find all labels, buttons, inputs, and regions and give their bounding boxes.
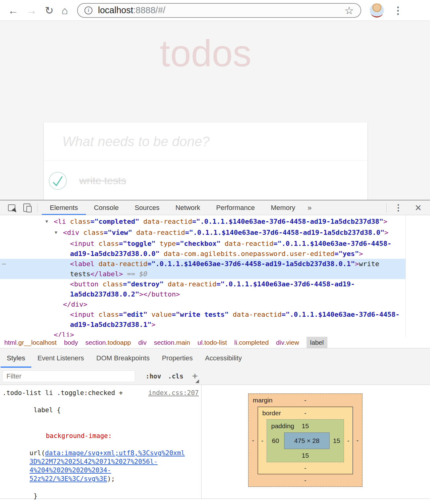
page-info-icon[interactable]: i [84,6,92,14]
more-actions-icon[interactable]: ⋯ [2,259,6,269]
hover-state-toggle[interactable]: :hov [146,373,161,380]
box-model-margin[interactable]: margin - - border - - [248,394,362,487]
dom-tree-row[interactable]: </div> [0,299,405,309]
dom-tree-line: ad19-1a5dcb237d38.1"> [0,320,155,330]
code-token: ="completed" [90,218,139,225]
padding-bottom-value[interactable]: 15 [267,449,344,462]
code-token: ="checkbox" [176,240,221,247]
profile-avatar[interactable] [370,3,384,17]
breadcrumb-item-div[interactable]: div.view [276,337,299,348]
devtools-menu-icon[interactable]: ⋮ [386,203,410,212]
data-url-link[interactable]: 3D%22M72%2025L42%2071%2027%2056l- [29,458,158,465]
dom-tree-row[interactable]: tests</label> == $0 [0,269,405,279]
more-tabs-icon[interactable]: » [303,204,316,212]
sidebar-tab-event-listeners[interactable]: Event Listeners [31,348,90,368]
forward-icon[interactable]: → [26,5,37,16]
breadcrumb-item-html[interactable]: html.gr__localhost [4,337,57,348]
sidebar-tab-styles[interactable]: Styles [1,348,31,368]
data-url-link[interactable]: 4%204%2020%2020%2034- [29,467,111,474]
breadcrumb-item-body[interactable]: body [64,337,78,348]
code-token: =".0.1.1.$140e63ae-37d6-4458-ad19- [217,280,355,288]
dom-tree-row[interactable]: ▼<li class="completed" data-reactid=".0.… [0,216,405,227]
dom-tree-row[interactable]: <button class="destroy" data-reactid=".0… [0,279,405,289]
devtools-tab-performance[interactable]: Performance [208,200,263,215]
toggle-checkbox-icon[interactable] [49,172,67,190]
browser-menu-icon[interactable]: ⋮ [393,5,403,16]
css-property[interactable]: background-image: [2,423,199,449]
crumb-tag: div [138,339,147,346]
css-value-url: 52z%22/%3E%3C/svg%3E); [2,475,199,483]
code-token: data-reactid [229,311,282,318]
margin-bottom-value[interactable]: - [248,474,362,487]
padding-right-value[interactable]: 15 [330,437,344,444]
dom-tree-row[interactable]: ▼<div class="view" data-reactid=".0.1.1.… [0,227,405,238]
margin-left-value[interactable]: - [248,437,258,444]
dom-tree-line: ad19-1a5dcb237d38.0.0" data-com.agilebit… [0,249,363,259]
padding-top-value[interactable]: 15 [302,422,309,430]
breadcrumb-item-ul[interactable]: ul.todo-list [197,337,227,348]
dom-tree-row[interactable]: ⋯<label data-reactid=".0.1.1.$140e63ae-3… [0,259,405,269]
border-top-value[interactable]: - [304,409,307,417]
sidebar-tab-dom-breakpoints[interactable]: DOM Breakpoints [90,348,156,368]
sidebar-tab-properties[interactable]: Properties [156,348,199,368]
address-bar[interactable]: i localhost :8888/#/ ☆ [77,3,361,18]
breadcrumb-item-section[interactable]: section.todoapp [85,337,131,348]
devtools-tab-console[interactable]: Console [86,200,127,215]
device-toolbar-icon[interactable] [23,204,30,212]
devtools-tab-sources[interactable]: Sources [127,200,167,215]
code-token: > [355,260,359,268]
data-url-link[interactable]: 52z%22/%3E%3C/svg%3E [29,475,107,483]
class-toggle[interactable]: .cls [168,373,184,380]
devtools-tab-network[interactable]: Network [167,200,208,215]
selector-text: label { [33,406,61,414]
box-model-border[interactable]: border - - padding 15 [258,407,353,474]
breadcrumb-item-li[interactable]: li.completed [234,337,269,348]
crumb-tag: ul [197,339,202,346]
styles-filter-input[interactable] [2,370,135,382]
dom-tree-row[interactable]: ad19-1a5dcb237d38.0.0" data-com.agilebit… [0,249,405,259]
box-model-padding[interactable]: padding 15 60 475 × 28 15 [267,419,344,462]
border-label: border [262,409,281,417]
reload-icon[interactable]: ↻ [45,5,54,16]
breadcrumb-item-div[interactable]: div [138,337,147,348]
dom-tree-line: <input class="toggle" type="checkbox" da… [0,238,391,249]
code-token: ="write tests" [172,311,229,318]
crumb-tag: label [310,339,324,346]
bookmark-star-icon[interactable]: ☆ [345,4,354,17]
dom-tree-row[interactable]: 1a5dcb237d38.0.2"></button> [0,289,405,299]
crumb-class: .completed [237,339,269,346]
border-right-value[interactable]: - [344,437,353,444]
todo-label[interactable]: write tests [79,175,126,187]
data-url-link[interactable]: data:image/svg+xml;utf8,%3Csvg%20xml [45,449,185,457]
dom-tree-row[interactable]: ad19-1a5dcb237d38.1"> [0,320,405,330]
dom-tree-row[interactable]: </li> [0,330,405,337]
stylesheet-link[interactable]: index.css:207 [148,389,199,397]
home-icon[interactable]: ⌂ [62,5,68,16]
breadcrumb-bar: html.gr__localhostbodysection.todoappdiv… [0,337,430,348]
code-token: tests [70,270,90,278]
new-todo-input[interactable] [44,122,367,160]
scrollbar-gutter[interactable] [405,215,430,337]
padding-left-value[interactable]: 60 [267,437,284,444]
breadcrumb-item-section[interactable]: section.main [154,337,190,348]
margin-top-value[interactable]: - [304,397,307,404]
devtools-tab-elements[interactable]: Elements [42,200,86,215]
margin-right-value[interactable]: - [353,437,362,444]
breadcrumb-item-label[interactable]: label [307,337,327,348]
dom-tree-row[interactable]: <input class="edit" value="write tests" … [0,309,405,320]
border-bottom-value[interactable]: - [258,462,353,474]
sidebar-tab-accessibility[interactable]: Accessibility [199,348,248,368]
border-left-value[interactable]: - [258,437,267,444]
page-content: todos write tests 0 items left AllActive… [0,21,430,200]
code-token: class [94,240,119,247]
code-token: data-com.agilebits.onepassword.user-edit… [159,250,334,258]
devtools-close-icon[interactable]: × [410,201,430,214]
code-token: class [99,280,123,288]
code-token: =".0.1.1.$140e63ae-37d6-4458-ad19-1a5dcb… [192,218,383,225]
inspect-element-icon[interactable] [8,204,15,211]
back-icon[interactable]: ← [8,5,18,16]
browser-toolbar: ← → ↻ ⌂ i localhost :8888/#/ ☆ ⋮ [0,0,430,21]
devtools-tab-memory[interactable]: Memory [263,200,303,215]
box-model-content[interactable]: 475 × 28 [284,432,330,449]
dom-tree-row[interactable]: <input class="toggle" type="checkbox" da… [0,238,405,249]
